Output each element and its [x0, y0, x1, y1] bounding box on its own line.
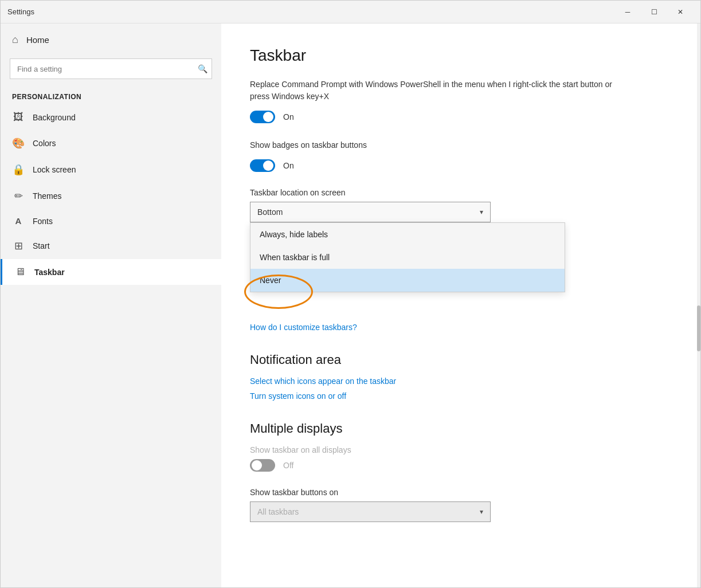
dropdown-option-always-hide[interactable]: Always, hide labels — [250, 223, 565, 246]
content-area: ⌂ Home 🔍 Personalization 🖼 Background 🎨 … — [1, 23, 700, 587]
title-bar: Settings ─ ☐ ✕ — [1, 1, 700, 23]
home-icon: ⌂ — [12, 34, 18, 46]
sidebar-item-label: Taskbar — [34, 268, 65, 277]
help-link-container: How do I customize taskbars? — [250, 323, 672, 332]
taskbar-buttons-value: All taskbars — [257, 507, 299, 516]
taskbar-buttons-label: Show taskbar buttons on — [250, 488, 672, 497]
multiple-displays-heading: Multiple displays — [250, 421, 672, 436]
dropdown-label: Taskbar location on screen — [250, 188, 672, 197]
window-controls: ─ ☐ ✕ — [614, 3, 694, 21]
multi-setting-label: Show taskbar on all displays — [250, 445, 672, 454]
page-title: Taskbar — [250, 46, 672, 65]
setting1-toggle-label: On — [283, 112, 294, 121]
notification-link1[interactable]: Select which icons appear on the taskbar — [250, 377, 672, 386]
background-icon: 🖼 — [12, 111, 25, 123]
toggle-thumb — [263, 112, 273, 122]
toggle-thumb — [263, 160, 273, 171]
setting1-description: Replace Command Prompt with Windows Powe… — [250, 79, 617, 103]
sidebar-item-taskbar[interactable]: 🖥 Taskbar — [1, 259, 221, 285]
settings-window: Settings ─ ☐ ✕ ⌂ Home 🔍 Personalization … — [0, 0, 701, 588]
sidebar-item-background[interactable]: 🖼 Background — [1, 104, 221, 130]
search-input[interactable] — [10, 58, 212, 79]
sidebar-item-start[interactable]: ⊞ Start — [1, 233, 221, 259]
setting2-toggle-row: On — [250, 159, 672, 172]
dropdown-menu: Always, hide labels When taskbar is full… — [250, 222, 565, 292]
home-label: Home — [26, 35, 49, 45]
sidebar-item-colors[interactable]: 🎨 Colors — [1, 130, 221, 156]
sidebar-item-label: Start — [33, 241, 50, 250]
dropdown-value: Bottom — [257, 207, 283, 217]
sidebar-item-lock-screen[interactable]: 🔒 Lock screen — [1, 156, 221, 183]
notification-heading: Notification area — [250, 352, 672, 367]
maximize-button[interactable]: ☐ — [641, 3, 667, 21]
search-icon[interactable]: 🔍 — [198, 64, 207, 73]
dropdown-option-never[interactable]: Never — [250, 269, 565, 292]
taskbar-icon: 🖥 — [14, 266, 26, 278]
multi-toggle[interactable] — [250, 459, 275, 472]
sidebar-item-label: Fonts — [33, 217, 53, 226]
multi-toggle-label: Off — [283, 461, 293, 470]
setting1-toggle-row: On — [250, 111, 672, 123]
taskbar-location-dropdown[interactable]: Bottom ▾ — [250, 202, 491, 222]
dropdown-option-label: Never — [260, 276, 281, 285]
sidebar-item-label: Lock screen — [33, 165, 76, 174]
colors-icon: 🎨 — [12, 137, 25, 150]
toggle-thumb — [252, 460, 262, 471]
dropdown-option-label: Always, hide labels — [260, 230, 328, 239]
taskbar-buttons-dropdown-wrapper: All taskbars ▾ — [250, 501, 491, 522]
sidebar-item-label: Background — [33, 113, 76, 122]
scrollbar-track — [697, 23, 700, 587]
lock-icon: 🔒 — [12, 163, 25, 176]
fonts-icon: A — [12, 216, 25, 226]
multi-toggle-row: Off — [250, 459, 672, 472]
setting2-toggle[interactable] — [250, 159, 275, 172]
dropdown-option-label: When taskbar is full — [260, 253, 330, 262]
sidebar-section-label: Personalization — [1, 88, 221, 104]
notification-link2[interactable]: Turn system icons on or off — [250, 391, 672, 401]
sidebar-home[interactable]: ⌂ Home — [1, 23, 221, 56]
themes-icon: ✏ — [12, 190, 25, 202]
sidebar-item-label: Themes — [33, 191, 62, 201]
sidebar-item-label: Colors — [33, 139, 56, 148]
close-button[interactable]: ✕ — [667, 3, 694, 21]
start-icon: ⊞ — [12, 240, 25, 252]
sidebar: ⌂ Home 🔍 Personalization 🖼 Background 🎨 … — [1, 23, 221, 587]
taskbar-buttons-dropdown[interactable]: All taskbars ▾ — [250, 501, 491, 522]
minimize-button[interactable]: ─ — [614, 3, 641, 21]
help-link[interactable]: How do I customize taskbars? — [250, 323, 672, 332]
setting2-description: Show badges on taskbar buttons — [250, 139, 617, 151]
dropdown-option-when-full[interactable]: When taskbar is full — [250, 246, 565, 269]
chevron-down-icon: ▾ — [480, 208, 483, 216]
dropdown-wrapper: Bottom ▾ Always, hide labels When taskba… — [250, 202, 491, 222]
chevron-down-icon: ▾ — [480, 508, 483, 516]
sidebar-item-fonts[interactable]: A Fonts — [1, 209, 221, 233]
search-box: 🔍 — [10, 58, 212, 79]
sidebar-item-themes[interactable]: ✏ Themes — [1, 183, 221, 209]
setting2-toggle-label: On — [283, 161, 294, 170]
setting1-toggle[interactable] — [250, 111, 275, 123]
window-title: Settings — [7, 7, 34, 16]
scrollbar-thumb[interactable] — [697, 305, 700, 351]
main-content: Taskbar Replace Command Prompt with Wind… — [221, 23, 700, 587]
